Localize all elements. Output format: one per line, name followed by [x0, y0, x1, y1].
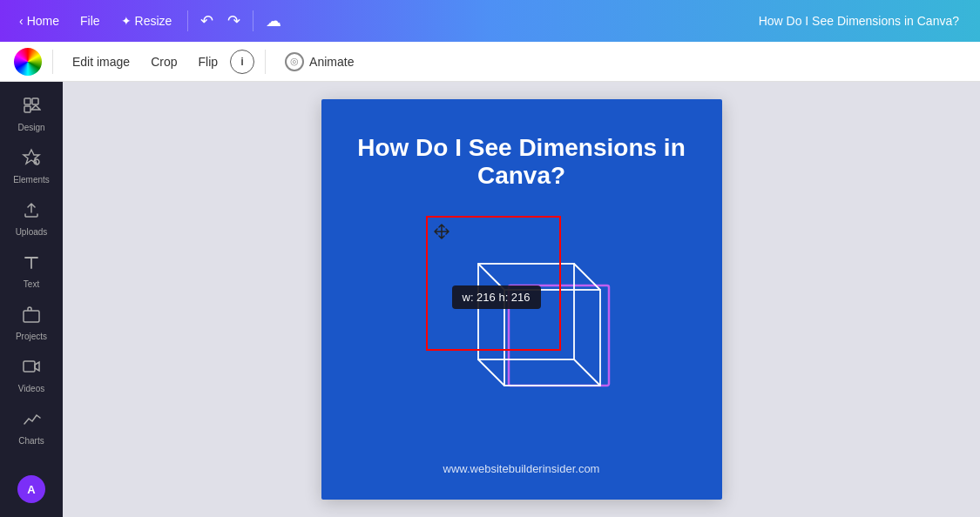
sidebar-item-videos[interactable]: Videos — [5, 350, 57, 400]
document-title: How Do I See Dimensions in Canva? — [759, 14, 970, 28]
projects-icon — [22, 305, 41, 328]
sidebar-uploads-label: Uploads — [16, 227, 48, 237]
back-icon: ‹ — [19, 14, 24, 28]
uploads-icon — [22, 200, 41, 224]
cube-container[interactable]: w: 216 h: 216 — [426, 216, 618, 407]
sidebar-item-uploads[interactable]: Uploads — [5, 193, 57, 244]
topbar-separator — [187, 10, 188, 31]
canvas-area[interactable]: How Do I See Dimensions in Canva? w: 216… — [63, 82, 980, 517]
animate-icon: ◎ — [285, 52, 304, 71]
sidebar-item-projects[interactable]: Projects — [5, 298, 57, 348]
cloud-icon: ☁ — [266, 11, 281, 30]
design-url: www.websitebuilderinsider.com — [443, 462, 600, 475]
topbar-separator-2 — [253, 10, 253, 31]
sidebar-item-elements[interactable]: Elements — [5, 141, 57, 191]
animate-button[interactable]: ◎ Animate — [276, 47, 362, 77]
crop-button[interactable]: Crop — [142, 50, 186, 74]
sidebar-item-text[interactable]: Text — [5, 245, 57, 296]
design-icon — [22, 96, 41, 119]
svg-marker-3 — [31, 105, 40, 110]
main-area: Design Elements Uploads — [0, 82, 980, 517]
avatar-initial: A — [27, 483, 35, 496]
sidebar-elements-label: Elements — [13, 175, 50, 185]
undo-icon: ↶ — [200, 11, 213, 30]
design-card-title: How Do I See Dimensions in Canva? — [348, 134, 696, 190]
move-cursor-icon — [433, 223, 450, 245]
toolbar2: Edit image Crop Flip i ◎ Animate — [0, 42, 980, 82]
dimension-value: w: 216 h: 216 — [463, 291, 531, 304]
sidebar-projects-label: Projects — [16, 332, 47, 341]
back-button[interactable]: ‹ Home — [10, 9, 68, 33]
charts-icon — [22, 409, 41, 433]
toolbar2-separator — [52, 50, 53, 74]
elements-icon — [22, 148, 41, 171]
flip-label: Flip — [199, 55, 219, 69]
resize-button[interactable]: ✦ Resize — [112, 9, 181, 33]
resize-star-icon: ✦ — [121, 14, 132, 28]
redo-button[interactable]: ↷ — [222, 6, 246, 36]
redo-icon: ↷ — [227, 11, 240, 30]
dimension-tooltip: w: 216 h: 216 — [452, 285, 541, 309]
color-swatch[interactable] — [14, 48, 42, 76]
sidebar-design-label: Design — [17, 123, 44, 132]
sidebar-videos-label: Videos — [18, 384, 44, 393]
file-label: File — [80, 14, 100, 28]
resize-label: Resize — [135, 14, 172, 28]
videos-icon — [22, 357, 41, 380]
info-button[interactable]: i — [230, 50, 254, 74]
text-icon — [22, 252, 41, 276]
user-avatar[interactable]: A — [17, 475, 45, 503]
sidebar-item-charts[interactable]: Charts — [5, 402, 57, 453]
sidebar-charts-label: Charts — [18, 436, 44, 446]
flip-button[interactable]: Flip — [190, 50, 227, 74]
sidebar-text-label: Text — [24, 279, 39, 289]
file-button[interactable]: File — [71, 9, 109, 33]
svg-rect-1 — [32, 98, 38, 104]
design-card: How Do I See Dimensions in Canva? w: 216… — [321, 99, 722, 500]
svg-rect-0 — [24, 98, 30, 104]
toolbar2-separator-2 — [265, 50, 266, 74]
animate-label: Animate — [309, 55, 354, 69]
topbar: ‹ Home File ✦ Resize ↶ ↷ ☁ How Do I See … — [0, 0, 980, 42]
cube-svg — [426, 216, 618, 407]
svg-marker-4 — [24, 150, 39, 164]
svg-rect-2 — [24, 106, 30, 112]
sidebar: Design Elements Uploads — [0, 82, 63, 517]
svg-line-13 — [478, 359, 504, 386]
crop-label: Crop — [151, 55, 177, 69]
topbar-left: ‹ Home File ✦ Resize ↶ ↷ ☁ — [10, 6, 287, 36]
edit-image-button[interactable]: Edit image — [64, 50, 139, 74]
svg-rect-7 — [24, 361, 35, 372]
home-label: Home — [27, 14, 59, 28]
sidebar-item-design[interactable]: Design — [5, 89, 57, 139]
undo-button[interactable]: ↶ — [195, 6, 219, 36]
svg-line-14 — [574, 359, 600, 386]
cloud-save-button[interactable]: ☁ — [260, 6, 287, 36]
info-icon: i — [240, 55, 244, 68]
edit-image-label: Edit image — [72, 55, 130, 69]
svg-rect-6 — [24, 311, 39, 322]
